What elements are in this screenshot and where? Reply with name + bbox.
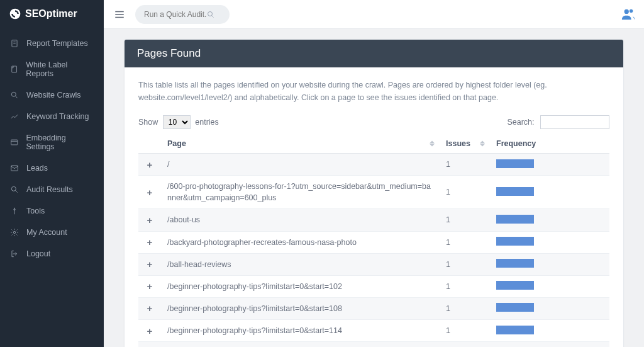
content-area: Pages Found This table lists all the pag… xyxy=(104,29,644,347)
tools-icon xyxy=(10,207,19,215)
svg-line-5 xyxy=(15,96,17,98)
menu-toggle-button[interactable] xyxy=(113,8,126,21)
expand-icon[interactable]: + xyxy=(147,326,153,336)
cell-frequency xyxy=(490,320,609,342)
cell-page: /about-us xyxy=(161,209,440,231)
sidebar-item-embedding-settings[interactable]: Embedding Settings xyxy=(0,127,104,157)
sidebar-item-white-label-reports[interactable]: White Label Reports xyxy=(0,54,104,84)
frequency-bar xyxy=(496,281,534,290)
expand-icon[interactable]: + xyxy=(147,159,153,170)
expand-icon[interactable]: + xyxy=(147,187,153,198)
trend-icon xyxy=(10,112,19,121)
cell-frequency xyxy=(490,342,609,347)
cell-issues: 1 xyxy=(440,297,490,319)
search-icon xyxy=(10,91,19,100)
cell-page: /backyard-photographer-recreates-famous-… xyxy=(161,231,440,253)
embed-icon xyxy=(10,138,18,147)
expand-icon[interactable]: + xyxy=(147,303,153,314)
cell-page: /beginner-photography-tips?limitstart=0&… xyxy=(161,275,440,297)
sidebar-item-logout[interactable]: Logout xyxy=(0,243,104,265)
sidebar-item-audit-results[interactable]: Audit Results xyxy=(0,179,104,200)
svg-line-10 xyxy=(15,190,17,192)
panel-title: Pages Found xyxy=(125,40,623,67)
cell-issues: 1 xyxy=(440,275,490,297)
entries-control: Show 10 entries xyxy=(138,115,219,129)
nav-label: White Label Reports xyxy=(26,60,94,78)
cell-frequency xyxy=(490,231,609,253)
nav-label: Audit Results xyxy=(26,185,73,194)
table-row[interactable]: +/backyard-photographer-recreates-famous… xyxy=(138,231,609,253)
svg-line-19 xyxy=(212,15,214,17)
cell-frequency xyxy=(490,297,609,319)
svg-rect-6 xyxy=(11,140,18,145)
users-icon[interactable] xyxy=(621,8,635,21)
frequency-bar xyxy=(496,326,534,334)
cell-frequency xyxy=(490,176,609,209)
cell-issues: 1 xyxy=(440,320,490,342)
sidebar-item-tools[interactable]: Tools xyxy=(0,200,104,222)
table-row[interactable]: +/ball-head-reviews1 xyxy=(138,253,609,275)
frequency-bar xyxy=(496,187,534,196)
table-row[interactable]: +/600-pro-photography-lessons-for-1?utm_… xyxy=(138,176,609,209)
nav-label: Website Crawls xyxy=(26,91,81,100)
cell-page: /600-pro-photography-lessons-for-1?utm_s… xyxy=(161,176,440,209)
cell-page: /ball-head-reviews xyxy=(161,253,440,275)
col-page[interactable]: Page xyxy=(161,134,440,154)
svg-point-13 xyxy=(13,231,16,234)
frequency-bar xyxy=(496,159,534,168)
nav-label: Tools xyxy=(26,207,45,215)
nav-label: My Account xyxy=(26,228,67,237)
sidebar: SEOptimer Report TemplatesWhite Label Re… xyxy=(0,0,104,347)
nav-label: Embedding Settings xyxy=(26,134,94,151)
table-row[interactable]: +/beginner-photography-tips?limitstart=0… xyxy=(138,342,609,347)
brand-logo[interactable]: SEOptimer xyxy=(0,0,104,28)
cell-page: /beginner-photography-tips?limitstart=0&… xyxy=(161,320,440,342)
expand-icon[interactable]: + xyxy=(147,215,153,225)
table-row[interactable]: +/beginner-photography-tips?limitstart=0… xyxy=(138,320,609,342)
svg-point-4 xyxy=(11,92,16,96)
expand-icon[interactable]: + xyxy=(147,237,153,247)
sidebar-item-keyword-tracking[interactable]: Keyword Tracking xyxy=(0,106,104,127)
quick-audit-input[interactable] xyxy=(144,10,207,19)
brand-name: SEOptimer xyxy=(25,8,77,20)
cell-issues: 1 xyxy=(440,176,490,209)
table-row[interactable]: +/beginner-photography-tips?limitstart=0… xyxy=(138,297,609,319)
table-search-input[interactable] xyxy=(540,115,609,129)
table-body: +/1+/600-pro-photography-lessons-for-1?u… xyxy=(138,154,609,348)
mail-icon xyxy=(10,164,19,173)
cell-issues: 1 xyxy=(440,209,490,231)
document-icon xyxy=(10,65,18,74)
frequency-bar xyxy=(496,215,534,224)
expand-icon[interactable]: + xyxy=(147,281,153,292)
cell-issues: 1 xyxy=(440,342,490,347)
sidebar-nav: Report TemplatesWhite Label ReportsWebsi… xyxy=(0,28,104,270)
cell-page: / xyxy=(161,154,440,176)
sidebar-item-my-account[interactable]: My Account xyxy=(0,222,104,243)
col-issues[interactable]: Issues xyxy=(440,134,490,154)
cell-frequency xyxy=(490,209,609,231)
table-row[interactable]: +/about-us1 xyxy=(138,209,609,231)
cell-frequency xyxy=(490,253,609,275)
panel-description: This table lists all the pages identifie… xyxy=(138,79,609,104)
table-row[interactable]: +/beginner-photography-tips?limitstart=0… xyxy=(138,275,609,297)
col-frequency[interactable]: Frequency xyxy=(490,134,609,154)
topbar xyxy=(104,0,644,29)
svg-rect-3 xyxy=(12,66,17,72)
frequency-bar xyxy=(496,237,534,246)
table-row[interactable]: +/1 xyxy=(138,154,609,176)
frequency-bar xyxy=(496,303,534,312)
cell-page: /beginner-photography-tips?limitstart=0&… xyxy=(161,297,440,319)
sidebar-item-website-crawls[interactable]: Website Crawls xyxy=(0,84,104,106)
cell-issues: 1 xyxy=(440,154,490,176)
quick-audit-search[interactable] xyxy=(135,5,230,24)
sidebar-item-leads[interactable]: Leads xyxy=(0,157,104,179)
sidebar-item-report-templates[interactable]: Report Templates xyxy=(0,33,104,54)
file-icon xyxy=(10,39,19,48)
page-size-select[interactable]: 10 xyxy=(163,115,191,129)
audit-icon xyxy=(10,185,19,194)
svg-point-9 xyxy=(11,186,16,191)
main: Pages Found This table lists all the pag… xyxy=(104,0,644,347)
expand-icon[interactable]: + xyxy=(147,259,153,270)
nav-label: Keyword Tracking xyxy=(26,112,89,121)
pages-found-panel: Pages Found This table lists all the pag… xyxy=(124,39,624,347)
